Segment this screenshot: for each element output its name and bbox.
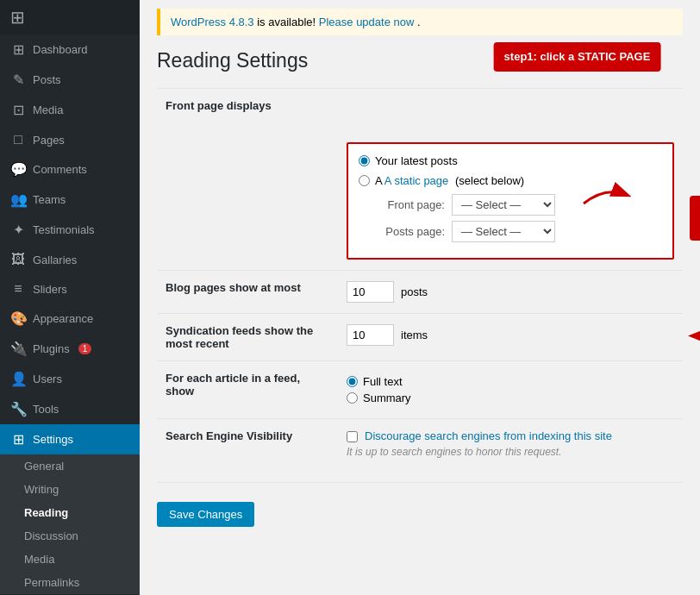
main-content: WordPress 4.8.3 is available! Please upd…	[140, 0, 700, 595]
blog-pages-label: Blog pages show at most	[166, 281, 301, 294]
front-page-options-cell: step1: click a STATIC PAGE Your latest p…	[338, 89, 683, 271]
front-page-label-cell: Front page displays	[157, 89, 338, 271]
summary-radio[interactable]	[347, 392, 358, 404]
step1-arrow	[579, 182, 631, 210]
settings-table: Front page displays step1: click a STATI…	[157, 88, 683, 313]
posts-page-select-row: Posts page: — Select —	[359, 221, 662, 242]
search-engine-checkbox-label[interactable]: Discourage search engines from indexing …	[365, 429, 612, 442]
sidebar-item-posts[interactable]: ✎ Posts	[0, 65, 140, 95]
blog-pages-value-cell: posts	[338, 270, 683, 313]
sidebar-item-gallaries[interactable]: 🖼 Gallaries	[0, 245, 140, 274]
sidebar-item-label: Posts	[33, 73, 61, 86]
blog-pages-unit: posts	[401, 285, 428, 298]
sidebar-item-label: Appearance	[33, 312, 93, 325]
sidebar-item-media[interactable]: ⊡ Media	[0, 95, 140, 125]
search-engine-link[interactable]: Discourage search engines from indexing …	[365, 429, 612, 442]
front-page-select[interactable]: — Select —	[452, 194, 555, 216]
update-now-link[interactable]: Please update now	[319, 16, 415, 28]
static-page-note: (select below)	[455, 174, 524, 187]
sidebar-item-label: Users	[33, 373, 62, 385]
static-page-label[interactable]: A A static page (select below)	[375, 174, 524, 187]
tools-icon: 🔧	[10, 401, 26, 417]
settings-icon: ⊞	[10, 431, 26, 448]
submenu-discussion[interactable]: Discussion	[0, 524, 140, 548]
sidebar-item-comments[interactable]: 💬 Comments	[0, 154, 140, 185]
syndication-value-cell: items	[338, 314, 683, 361]
sidebar-item-label: Tools	[33, 403, 59, 416]
submenu-reading[interactable]: Reading	[0, 501, 140, 524]
summary-label[interactable]: Summary	[363, 391, 411, 404]
feed-article-label-cell: For each article in a feed, show	[157, 361, 338, 419]
summary-option: Summary	[347, 391, 674, 404]
sev-checkbox-row: Discourage search engines from indexing …	[347, 429, 674, 442]
update-notice: WordPress 4.8.3 is available! Please upd…	[157, 9, 683, 35]
sidebar-item-label: Dashboard	[33, 43, 88, 56]
testimonials-icon: ✦	[10, 222, 26, 238]
feed-article-label: For each article in a feed, show	[166, 372, 300, 398]
sidebar-item-testimonials[interactable]: ✦ Testimonials	[0, 215, 140, 245]
comments-icon: 💬	[10, 161, 26, 178]
sidebar-item-appearance[interactable]: 🎨 Appearance	[0, 304, 140, 334]
sidebar-item-sliders[interactable]: ≡ Sliders	[0, 274, 140, 304]
posts-page-select[interactable]: — Select —	[452, 221, 555, 242]
submenu-media[interactable]: Media	[0, 548, 140, 571]
search-engine-row: Search Engine Visibility Discourage sear…	[157, 419, 683, 469]
sidebar-item-label: Media	[33, 103, 63, 116]
sidebar-item-teams[interactable]: 👥 Teams	[0, 185, 140, 215]
syndication-unit: items	[401, 329, 428, 341]
latest-posts-option: Your latest posts	[359, 154, 662, 167]
blog-pages-input[interactable]	[347, 281, 394, 303]
search-engine-checkbox[interactable]	[347, 431, 358, 442]
update-notice-mid: is available!	[257, 16, 319, 28]
annotation-step1: step1: click a STATIC PAGE	[494, 42, 661, 72]
sidebar-item-dashboard[interactable]: ⊞ Dashboard	[0, 34, 140, 65]
static-page-link[interactable]: A static page	[384, 174, 448, 187]
sidebar-item-plugins[interactable]: 🔌 Plugins 1	[0, 334, 140, 364]
plugins-icon: 🔌	[10, 341, 26, 357]
sidebar-item-label: Testimonials	[33, 223, 95, 236]
sidebar-item-label: Teams	[33, 193, 66, 206]
full-text-option: Full text	[347, 375, 674, 388]
blog-pages-row: Blog pages show at most posts	[157, 270, 683, 313]
sidebar-item-label: Pages	[33, 134, 65, 147]
svg-marker-0	[688, 329, 700, 343]
full-text-label[interactable]: Full text	[363, 375, 403, 388]
latest-posts-label[interactable]: Your latest posts	[375, 154, 458, 167]
wp-version-link[interactable]: WordPress 4.8.3	[171, 16, 254, 28]
posts-icon: ✎	[10, 72, 26, 88]
latest-posts-radio[interactable]	[359, 155, 370, 166]
front-page-row: Front page displays step1: click a STATI…	[157, 89, 683, 271]
syndication-arrow	[688, 328, 700, 348]
sidebar-logo: ⊞	[0, 0, 140, 34]
settings-table-2: Syndication feeds show the most recent i…	[157, 313, 683, 468]
full-text-radio[interactable]	[347, 376, 358, 387]
syndication-input[interactable]	[347, 324, 394, 346]
submenu-general[interactable]: General	[0, 454, 140, 478]
sidebar-item-users[interactable]: 👤 Users	[0, 364, 140, 394]
sidebar-item-label: Sliders	[33, 283, 67, 296]
sidebar-item-pages[interactable]: □ Pages	[0, 125, 140, 154]
submenu-permalinks[interactable]: Permalinks	[0, 571, 140, 594]
update-notice-end: .	[417, 16, 421, 28]
posts-page-select-label: Posts page:	[367, 225, 445, 238]
sidebar-item-settings[interactable]: ⊞ Settings	[0, 424, 140, 454]
sidebar-item-label: Plugins	[33, 342, 70, 355]
sidebar-item-label: Comments	[33, 163, 87, 176]
sidebar-item-tools[interactable]: 🔧 Tools	[0, 394, 140, 424]
feed-article-row: For each article in a feed, show Full te…	[157, 361, 683, 419]
annotation-step2: step2: selectHome Page	[690, 196, 700, 241]
syndication-label-cell: Syndication feeds show the most recent	[157, 314, 338, 361]
search-engine-label-cell: Search Engine Visibility	[157, 419, 338, 469]
blog-pages-label-cell: Blog pages show at most	[157, 270, 338, 313]
users-icon: 👤	[10, 371, 26, 387]
sidebar-item-label: Gallaries	[33, 254, 77, 266]
media-icon: ⊡	[10, 102, 26, 118]
feed-article-options-cell: Full text Summary	[338, 361, 683, 419]
static-page-radio[interactable]	[359, 175, 370, 186]
sidebar-item-label: Settings	[33, 433, 73, 446]
settings-submenu: General Writing Reading Discussion Media…	[0, 454, 140, 594]
syndication-row: Syndication feeds show the most recent i…	[157, 314, 683, 361]
save-changes-button[interactable]: Save Changes	[157, 502, 254, 527]
sidebar: ⊞ ⊞ Dashboard ✎ Posts ⊡ Media □ Pages 💬 …	[0, 0, 140, 595]
submenu-writing[interactable]: Writing	[0, 478, 140, 501]
